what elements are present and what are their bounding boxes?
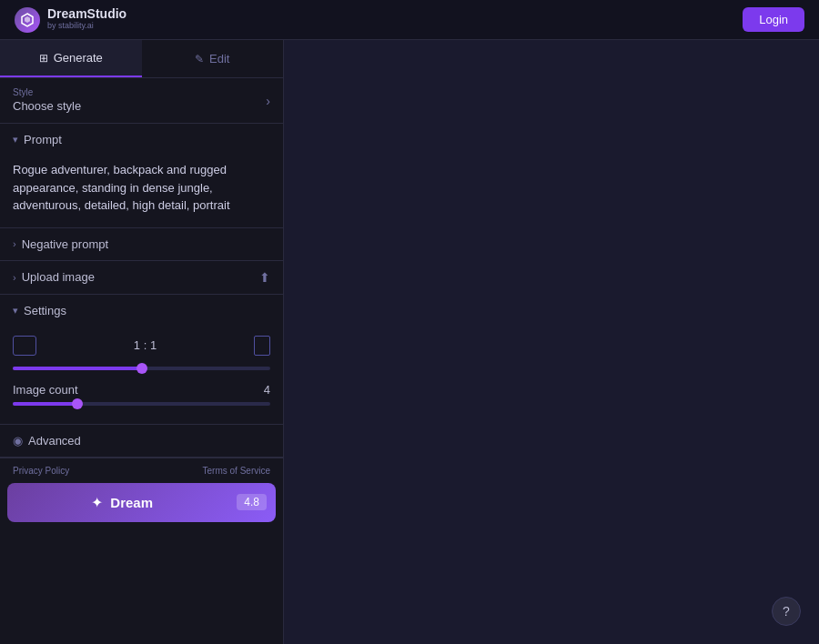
aspect-slider-thumb[interactable] bbox=[136, 363, 147, 374]
negative-prompt-left: › Negative prompt bbox=[13, 237, 108, 251]
dream-button-inner: ✦ Dream bbox=[7, 494, 237, 511]
privacy-policy-link[interactable]: Privacy Policy bbox=[13, 466, 69, 476]
dream-badge: 4.8 bbox=[237, 494, 267, 510]
settings-content: 1 : 1 Image count 4 bbox=[0, 327, 283, 424]
logo-icon bbox=[15, 7, 40, 33]
upload-chevron-icon: › bbox=[13, 272, 16, 283]
tab-bar: ⊞ Generate ✎ Edit bbox=[0, 40, 283, 78]
upload-icon: ⬆ bbox=[259, 270, 270, 285]
prompt-text[interactable]: Rogue adventurer, backpack and rugged ap… bbox=[0, 156, 283, 227]
aspect-portrait-icon bbox=[254, 336, 270, 356]
image-count-slider-fill bbox=[13, 402, 77, 406]
prompt-label: Prompt bbox=[24, 133, 62, 146]
main-layout: ⊞ Generate ✎ Edit Style Choose style › ▾… bbox=[0, 40, 819, 644]
upload-image-label: Upload image bbox=[22, 270, 95, 284]
prompt-section: ▾ Prompt Rogue adventurer, backpack and … bbox=[0, 124, 283, 228]
negative-prompt-label: Negative prompt bbox=[22, 237, 108, 251]
settings-chevron-icon: ▾ bbox=[13, 305, 18, 317]
image-count-row: Image count 4 bbox=[13, 383, 270, 397]
logo-text: DreamStudio by stability.ai bbox=[47, 7, 126, 32]
aspect-slider-row bbox=[13, 367, 270, 370]
logo: DreamStudio by stability.ai bbox=[15, 7, 126, 33]
negative-prompt-section: › Negative prompt bbox=[0, 228, 283, 261]
aspect-slider-fill bbox=[13, 367, 142, 370]
upload-image-header[interactable]: › Upload image ⬆ bbox=[0, 261, 283, 294]
aspect-slider-track bbox=[13, 367, 270, 370]
edit-icon: ✎ bbox=[195, 53, 204, 65]
tab-generate[interactable]: ⊞ Generate bbox=[0, 40, 142, 77]
settings-label: Settings bbox=[24, 304, 66, 317]
aspect-ratio-row: 1 : 1 bbox=[13, 336, 270, 356]
style-label: Style bbox=[13, 87, 81, 97]
image-count-label: Image count bbox=[13, 383, 78, 397]
terms-link[interactable]: Terms of Service bbox=[203, 466, 270, 476]
dream-label: Dream bbox=[110, 495, 153, 510]
aspect-ratio-label: 1 : 1 bbox=[134, 338, 157, 352]
chevron-right-icon: › bbox=[266, 94, 270, 108]
advanced-icon: ◉ bbox=[13, 434, 23, 448]
settings-header-left: ▾ Settings bbox=[13, 304, 66, 317]
dream-button[interactable]: ✦ Dream 4.8 bbox=[7, 483, 276, 522]
tab-edit-label: Edit bbox=[209, 52, 229, 65]
content-area: ? bbox=[284, 40, 819, 644]
tab-generate-label: Generate bbox=[54, 51, 103, 65]
sidebar: ⊞ Generate ✎ Edit Style Choose style › ▾… bbox=[0, 40, 284, 644]
app-subtitle: by stability.ai bbox=[47, 20, 126, 32]
app-name: DreamStudio bbox=[47, 7, 126, 20]
help-button[interactable]: ? bbox=[772, 597, 801, 626]
app-header: DreamStudio by stability.ai Login bbox=[0, 0, 819, 40]
generate-icon: ⊞ bbox=[39, 52, 48, 65]
style-text: Style Choose style bbox=[13, 87, 81, 114]
dream-icon: ✦ bbox=[91, 494, 103, 511]
negative-prompt-header[interactable]: › Negative prompt bbox=[0, 228, 283, 260]
negative-chevron-icon: › bbox=[13, 238, 16, 249]
prompt-header[interactable]: ▾ Prompt bbox=[0, 124, 283, 156]
image-count-slider-track bbox=[13, 402, 270, 406]
prompt-chevron-icon: ▾ bbox=[13, 134, 18, 146]
advanced-row[interactable]: ◉ Advanced bbox=[0, 424, 283, 457]
prompt-header-left: ▾ Prompt bbox=[13, 133, 62, 146]
sidebar-footer: Privacy Policy Terms of Service bbox=[0, 458, 283, 483]
tab-edit[interactable]: ✎ Edit bbox=[142, 40, 284, 77]
upload-image-section: › Upload image ⬆ bbox=[0, 261, 283, 295]
login-button[interactable]: Login bbox=[743, 7, 804, 32]
image-count-slider-thumb[interactable] bbox=[72, 398, 83, 409]
svg-marker-1 bbox=[25, 16, 30, 23]
image-count-value: 4 bbox=[264, 383, 270, 397]
settings-header[interactable]: ▾ Settings bbox=[0, 295, 283, 327]
style-chooser[interactable]: Style Choose style › bbox=[0, 78, 283, 124]
aspect-landscape-icon bbox=[13, 336, 36, 356]
style-value: Choose style bbox=[13, 99, 81, 113]
settings-section: ▾ Settings 1 : 1 bbox=[0, 295, 283, 458]
advanced-label: Advanced bbox=[28, 434, 81, 448]
upload-image-left: › Upload image bbox=[13, 270, 95, 284]
